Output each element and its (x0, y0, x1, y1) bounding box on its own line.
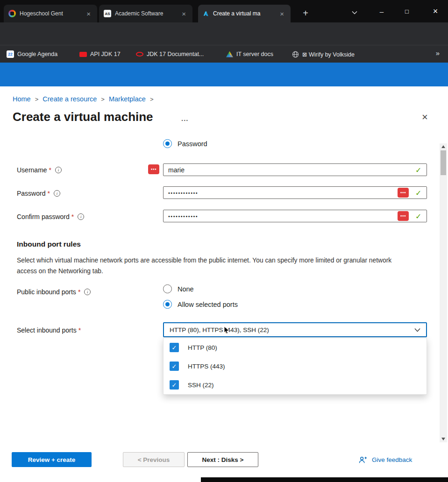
oracle-icon (79, 52, 87, 57)
globe-icon (292, 51, 299, 58)
bookmark-label: IT server docs (236, 51, 273, 57)
radio-unselected-icon[interactable] (163, 284, 172, 293)
confirm-password-label: Confirm password* i (17, 213, 84, 220)
port-option-ssh[interactable]: ✓ SSH (22) (164, 376, 427, 394)
select-inbound-ports-label: Select inbound ports* (17, 326, 81, 334)
info-icon[interactable]: i (84, 289, 91, 295)
scroll-down-arrow[interactable] (440, 436, 447, 442)
maximize-button[interactable]: □ (397, 0, 417, 22)
give-feedback-button[interactable]: Give feedback (358, 455, 412, 464)
bookmark-wirify[interactable]: ⊠ Wirify by Volkside (292, 49, 355, 59)
tab-close-icon[interactable]: × (180, 10, 188, 18)
breadcrumb: Home > Create a resource > Marketplace > (13, 95, 154, 103)
scrollbar-track[interactable] (440, 143, 447, 442)
browser-window: Hogeschool Gent × AS Academic Software ×… (0, 0, 448, 482)
port-option-label: HTTP (80) (188, 344, 217, 351)
drive-icon (226, 51, 233, 57)
tab-hogeschool-gent[interactable]: Hogeschool Gent × (4, 5, 97, 22)
port-option-https[interactable]: ✓ HTTPS (443) (164, 357, 427, 376)
breadcrumb-marketplace[interactable]: Marketplace (109, 95, 146, 103)
mouse-cursor-icon (224, 326, 230, 336)
scrollbar-thumb[interactable] (441, 150, 446, 175)
bookmark-jdk17-documentation[interactable]: JDK 17 Documentat... (136, 49, 204, 59)
port-option-label: HTTPS (443) (188, 363, 225, 370)
oracle-oval-icon (136, 52, 143, 57)
calendar-icon: 22 (7, 50, 14, 58)
bookmark-it-server-docs[interactable]: IT server docs (226, 49, 273, 59)
port-option-label: SSH (22) (188, 382, 214, 389)
select-inbound-ports-combobox[interactable]: HTTP (80), HTTPS (443), SSH (22) (163, 322, 427, 337)
valid-check-icon: ✓ (415, 189, 421, 198)
username-input[interactable] (163, 163, 427, 176)
username-label: Username* i (17, 166, 62, 174)
browser-titlebar: Hogeschool Gent × AS Academic Software ×… (0, 0, 448, 22)
breadcrumb-separator: > (35, 96, 39, 103)
radio-none[interactable]: None (163, 284, 194, 293)
azure-header: Microsoft Azure ··· (0, 63, 448, 86)
bookmarks-bar: 22 Google Agenda API JDK 17 JDK 17 Docum… (0, 45, 448, 63)
review-create-button[interactable]: Review + create (12, 452, 92, 467)
inbound-ports-dropdown: ✓ HTTP (80) ✓ HTTPS (443) ✓ SSH (22) (163, 338, 427, 395)
tab-close-icon[interactable]: × (85, 10, 92, 18)
password-label: Password* i (17, 190, 60, 197)
password-input[interactable] (163, 186, 427, 199)
azure-favicon (203, 10, 209, 17)
valid-check-icon: ✓ (415, 212, 421, 221)
tab-title: Academic Software (115, 10, 176, 17)
browser-toolbar: portal.azure.com/?Microsoft_... ☆ IP 2 7… (0, 22, 448, 45)
valid-check-icon: ✓ (415, 166, 421, 175)
radio-allow-selected-ports[interactable]: Allow selected ports (163, 300, 238, 309)
combobox-value: HTTP (80), HTTPS (443), SSH (22) (170, 326, 269, 333)
title-more-icon[interactable]: ... (181, 114, 189, 122)
bookmark-google-agenda[interactable]: 22 Google Agenda (7, 49, 57, 59)
feedback-icon (358, 455, 368, 464)
bookmark-label: JDK 17 Documentat... (147, 51, 204, 57)
chevron-down-icon (414, 328, 420, 332)
password-manager-icon[interactable]: ⋯ (398, 211, 409, 221)
bookmark-label: ⊠ Wirify by Volkside (302, 51, 355, 58)
hogent-favicon (8, 10, 16, 17)
tab-search-chevron-icon[interactable] (348, 7, 361, 19)
info-icon[interactable]: i (55, 167, 62, 173)
tab-create-virtual-machine[interactable]: Create a virtual ma × (198, 5, 291, 22)
bookmark-label: Google Agenda (17, 51, 57, 57)
tab-academic-software[interactable]: AS Academic Software × (99, 5, 192, 22)
info-icon[interactable]: i (78, 213, 84, 220)
breadcrumb-create-a-resource[interactable]: Create a resource (43, 95, 97, 103)
breadcrumb-separator: > (150, 96, 154, 103)
checkbox-checked-icon[interactable]: ✓ (170, 362, 179, 371)
radio-selected-icon[interactable] (163, 300, 172, 309)
confirm-password-input[interactable] (163, 210, 427, 222)
info-icon[interactable]: i (54, 190, 60, 197)
next-disks-button[interactable]: Next : Disks > (187, 452, 258, 467)
page-title: Create a virtual machine (13, 110, 153, 124)
bookmarks-overflow-icon[interactable]: » (436, 49, 440, 57)
minimize-button[interactable]: – (371, 0, 392, 22)
bottom-edge-strip (201, 477, 448, 482)
bookmark-api-jdk17[interactable]: API JDK 17 (79, 49, 121, 59)
academic-software-favicon: AS (104, 10, 111, 17)
checkbox-checked-icon[interactable]: ✓ (170, 380, 179, 390)
tab-close-icon[interactable]: × (278, 10, 286, 18)
radio-selected-icon[interactable] (163, 139, 172, 148)
portal-content: Home > Create a resource > Marketplace >… (0, 86, 448, 482)
previous-button[interactable]: < Previous (123, 452, 185, 467)
port-option-http[interactable]: ✓ HTTP (80) (164, 338, 427, 357)
password-manager-icon[interactable]: ⋯ (398, 188, 409, 198)
close-blade-icon[interactable]: × (422, 112, 428, 122)
bookmark-label: API JDK 17 (90, 51, 121, 57)
public-inbound-ports-label: Public inbound ports* i (17, 288, 91, 296)
inbound-description: Select which virtual machine network por… (17, 255, 401, 277)
tab-title: Hogeschool Gent (20, 10, 81, 17)
inbound-port-rules-heading: Inbound port rules (17, 240, 81, 248)
radio-password-auth[interactable]: Password (163, 139, 207, 148)
tab-title: Create a virtual ma (213, 10, 274, 17)
checkbox-checked-icon[interactable]: ✓ (170, 343, 179, 352)
breadcrumb-home[interactable]: Home (13, 95, 31, 103)
scroll-up-arrow[interactable] (440, 143, 447, 150)
new-tab-button[interactable]: + (299, 7, 312, 20)
password-manager-icon[interactable]: ⋯ (148, 164, 159, 174)
close-window-button[interactable]: × (423, 0, 448, 22)
breadcrumb-separator: > (101, 96, 105, 103)
